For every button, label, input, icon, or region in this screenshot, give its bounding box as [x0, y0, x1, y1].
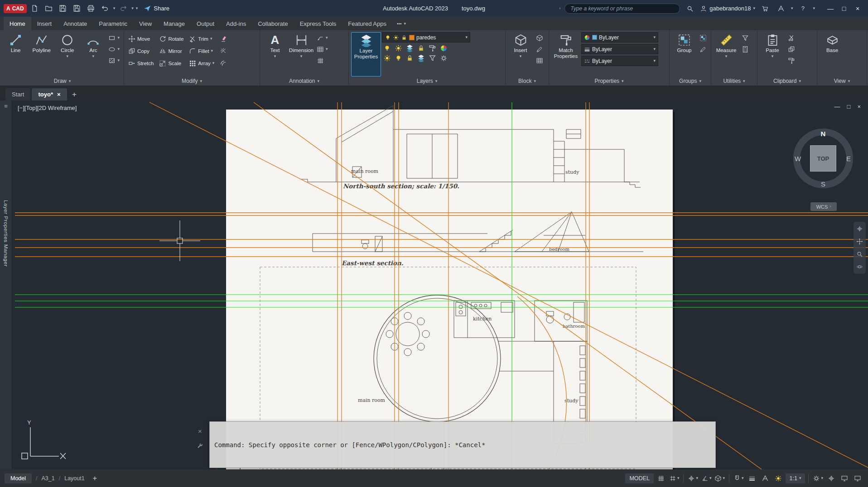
- model-space-toggle[interactable]: MODEL: [625, 473, 653, 483]
- paste-button[interactable]: Paste▾: [760, 32, 785, 76]
- help-chevron-icon[interactable]: ▾: [813, 6, 815, 10]
- help-button[interactable]: ?: [797, 3, 809, 14]
- wcs-menu[interactable]: WCS›: [810, 202, 837, 211]
- edit-attributes-button[interactable]: [534, 55, 545, 66]
- layer-state-button[interactable]: [429, 54, 436, 62]
- make-current-button[interactable]: [429, 44, 436, 52]
- scale-button[interactable]: Scale: [157, 57, 185, 69]
- save-as-button[interactable]: [71, 3, 83, 14]
- graphics-performance-toggle[interactable]: [839, 473, 850, 484]
- annotation-panel-label[interactable]: Annotation▾: [260, 76, 348, 86]
- steering-wheel-icon[interactable]: [856, 225, 863, 232]
- viewport-controls-label[interactable]: [−][Top][2D Wireframe]: [18, 105, 77, 111]
- new-file-button[interactable]: [29, 3, 41, 14]
- plot-button[interactable]: [85, 3, 97, 14]
- stretch-button[interactable]: Stretch: [126, 57, 155, 69]
- drawing-area[interactable]: main room study North-south section; sca…: [0, 100, 868, 469]
- command-customize-wrench-icon[interactable]: [197, 443, 203, 449]
- compass-top-face[interactable]: TOP: [810, 145, 836, 172]
- collapse-chevron-icon[interactable]: ›: [559, 6, 560, 10]
- command-window[interactable]: Command: Specify opposite corner or [Fen…: [209, 421, 716, 468]
- undo-button[interactable]: [99, 3, 111, 14]
- tab-manage[interactable]: Manage: [158, 17, 191, 30]
- offset-button[interactable]: [218, 57, 229, 69]
- layer-lock-button[interactable]: [417, 44, 425, 52]
- snap-toggle[interactable]: ▾: [668, 473, 680, 484]
- arc-button[interactable]: Arc▾: [81, 32, 106, 76]
- view-compass[interactable]: N S W E TOP: [793, 129, 853, 188]
- zoom-icon[interactable]: [856, 251, 863, 258]
- modify-panel-label[interactable]: Modify▾: [124, 76, 260, 86]
- fillet-button[interactable]: Fillet▾: [187, 45, 216, 57]
- measure-button[interactable]: Measure▾: [714, 32, 739, 76]
- pan-icon[interactable]: [856, 238, 863, 245]
- layer-properties-palette-bar[interactable]: ≡ Layer Properties Manager: [0, 100, 12, 469]
- text-button[interactable]: AText▾: [262, 32, 288, 76]
- viewport-close-button[interactable]: ×: [857, 103, 861, 110]
- utilities-panel-label[interactable]: Utilities▾: [711, 76, 757, 86]
- explode-button[interactable]: [218, 45, 229, 57]
- autodesk-apps-icon[interactable]: [775, 3, 787, 14]
- infer-constraints-toggle[interactable]: ▾: [687, 473, 699, 484]
- save-button[interactable]: [57, 3, 69, 14]
- layout-tab-a3[interactable]: A3_1: [42, 475, 55, 482]
- edit-block-button[interactable]: [534, 43, 545, 55]
- compass-south[interactable]: S: [821, 180, 825, 188]
- new-layout-button[interactable]: +: [89, 472, 101, 484]
- account-menu[interactable]: gabebrandon18 ▾: [700, 5, 755, 12]
- tab-featured-apps[interactable]: Featured Apps: [342, 17, 392, 30]
- isodraft-toggle[interactable]: ▾: [714, 473, 726, 484]
- move-button[interactable]: Move: [126, 33, 155, 44]
- viewport-restore-button[interactable]: □: [847, 103, 851, 110]
- tab-addins[interactable]: Add-ins: [220, 17, 252, 30]
- compass-east[interactable]: E: [846, 155, 851, 162]
- object-color-dropdown[interactable]: ByLayer ▾: [581, 32, 658, 43]
- command-close-icon[interactable]: ×: [198, 427, 202, 435]
- search-input[interactable]: [564, 4, 680, 14]
- tab-home[interactable]: Home: [4, 17, 31, 30]
- clean-screen-toggle[interactable]: [852, 473, 863, 484]
- layer-isolate-button[interactable]: [395, 44, 402, 52]
- lineweight-dropdown[interactable]: ByLayer ▾: [581, 44, 658, 54]
- leader-button[interactable]: ▾: [315, 32, 330, 43]
- layer-dropdown[interactable]: paredes ▾: [382, 32, 470, 43]
- maximize-button[interactable]: □: [837, 5, 851, 12]
- layer-walk-button[interactable]: [417, 54, 425, 62]
- model-tab[interactable]: Model: [5, 473, 32, 483]
- file-tab-toyo[interactable]: toyo*×: [32, 88, 67, 100]
- tab-collaborate[interactable]: Collaborate: [252, 17, 294, 30]
- workspace-switcher[interactable]: ▾: [812, 473, 824, 484]
- groups-panel-label[interactable]: Groups▾: [670, 76, 711, 86]
- view-panel-label[interactable]: View▾: [817, 76, 867, 86]
- osnap-toggle[interactable]: ▾: [733, 473, 745, 484]
- orbit-icon[interactable]: [856, 263, 863, 270]
- copy-button[interactable]: Copy: [126, 45, 155, 57]
- circle-button[interactable]: Circle▾: [55, 32, 80, 76]
- rectangle-button[interactable]: ▾: [106, 32, 121, 43]
- autoscale-toggle[interactable]: [772, 473, 784, 484]
- redo-button[interactable]: [117, 3, 129, 14]
- polyline-button[interactable]: Polyline: [29, 32, 54, 76]
- create-block-button[interactable]: [534, 32, 545, 43]
- polar-tracking-toggle[interactable]: ▾: [700, 473, 713, 484]
- layer-freeze-button[interactable]: [406, 44, 414, 52]
- compass-north[interactable]: N: [821, 130, 826, 138]
- annotation-visibility-toggle[interactable]: [759, 473, 771, 484]
- viewport-minimize-button[interactable]: —: [834, 103, 840, 110]
- grid-toggle[interactable]: [655, 473, 667, 484]
- ellipse-button[interactable]: ▾: [106, 43, 121, 55]
- compass-west[interactable]: W: [795, 155, 801, 162]
- ribbon-options-button[interactable]: •••▾: [392, 17, 410, 30]
- layers-panel-label[interactable]: Layers▾: [349, 76, 505, 86]
- layer-thaw-button[interactable]: [395, 54, 402, 62]
- close-button[interactable]: ×: [851, 5, 864, 12]
- erase-button[interactable]: [218, 33, 229, 44]
- open-file-button[interactable]: [43, 3, 55, 14]
- redo-chevron-icon[interactable]: ▾: [131, 6, 134, 10]
- layer-unlock-button[interactable]: [406, 54, 414, 62]
- navigation-bar[interactable]: [854, 222, 866, 274]
- group-button[interactable]: Group: [672, 32, 697, 76]
- layer-unisolate-button[interactable]: [383, 54, 391, 62]
- tab-parametric[interactable]: Parametric: [93, 17, 133, 30]
- tab-insert[interactable]: Insert: [31, 17, 58, 30]
